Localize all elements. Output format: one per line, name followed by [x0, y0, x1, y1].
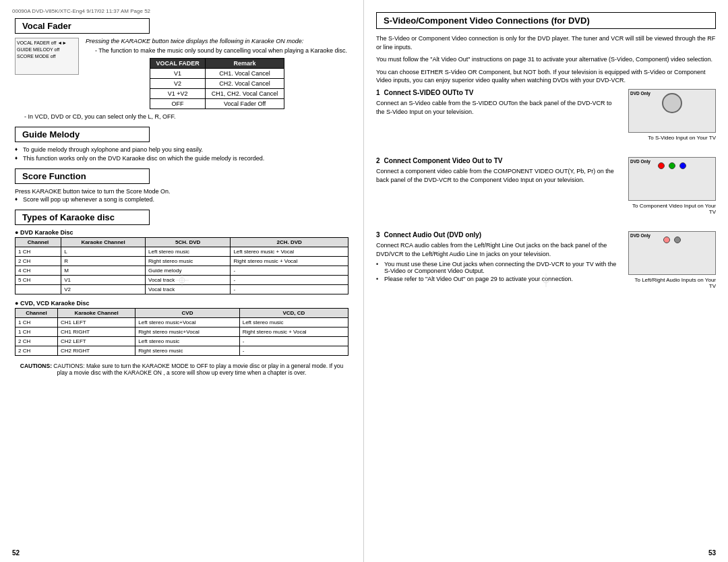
table-row: 4 CHMGuide melody- — [16, 266, 348, 276]
score-function-title: Score Function — [15, 168, 150, 184]
connection-section: DVD OnlyTo Component Video Input on Your… — [376, 157, 716, 224]
intro-paragraph: You can choose EITHER S-Video OR Compone… — [376, 68, 716, 85]
guide-melody-section: Guide Melody To guide melody through xyl… — [12, 127, 351, 162]
diagram-caption: To S-Video Input on Your TV — [628, 135, 716, 141]
table-row: 1 CHCH1 RIGHTRight stereo music+VocalRig… — [16, 327, 348, 337]
guide-melody-title: Guide Melody — [15, 127, 150, 142]
device-label-1: VOCAL FADER off ◄► — [17, 40, 77, 46]
table-row: V2CH2. Vocal Cancel — [150, 79, 284, 89]
page-left: 00090A DVD-V85K/XTC-Eng4 9/17/02 11:37 A… — [0, 0, 364, 562]
dvd-karaoke-label: DVD Karaoke Disc — [15, 229, 348, 236]
cvd-karaoke-section: CVD, VCD Karaoke Disc ChannelKaraoke Cha… — [15, 300, 348, 356]
table-row: 1 CHLLeft stereo musicLeft stereo music … — [16, 247, 348, 257]
cvd-karaoke-label: CVD, VCD Karaoke Disc — [15, 300, 348, 307]
header-text-left: 00090A DVD-V85K/XTC-Eng4 9/17/02 11:37 A… — [12, 8, 150, 14]
caution-text: CAUTIONS: CAUTIONS: Make sure to turn th… — [12, 363, 351, 376]
vocal-fader-note: - In VCD, DVD or CD, you can select only… — [15, 113, 348, 120]
device-label-3: SCORE MODE off — [17, 53, 77, 60]
caution-label: CAUTIONS: — [20, 363, 52, 369]
table-row: V2Vocal track- — [16, 285, 348, 294]
table-row: 1 CHCH1 LEFTLeft stereo music+VocalLeft … — [16, 318, 348, 327]
page-header-left: 00090A DVD-V85K/XTC-Eng4 9/17/02 11:37 A… — [12, 8, 351, 14]
vocal-table-header-1: VOCAL FADER — [150, 59, 206, 69]
score-function-section: Score Function Press KARAOKE button twic… — [12, 168, 351, 203]
guide-melody-bullet: This function works only on the DVD Kara… — [15, 155, 348, 162]
page-right: S-Video/Component Video Connections (for… — [364, 0, 728, 562]
score-press-text: Press KARAOKE button twice to turn the S… — [15, 188, 348, 195]
device-labels: VOCAL FADER off ◄► GUIDE MELODY off SCOR… — [17, 40, 77, 59]
connection-section: DVD OnlyTo S-Video Input on Your TV1Conn… — [376, 89, 716, 150]
types-karaoke-section: Types of Karaoke disc DVD Karaoke Disc C… — [12, 210, 351, 356]
right-intro: The S-Video or Component Video connectio… — [376, 34, 716, 85]
table-row: V1 +V2CH1, CH2. Vocal Cancel — [150, 89, 284, 99]
device-label-2: GUIDE MELODY off — [17, 46, 77, 53]
dvd-diagram: DVD OnlyTo S-Video Input on Your TV — [628, 89, 716, 146]
vocal-fader-intro: Pressing the KARAOKE button twice displa… — [86, 38, 348, 44]
table-row: 5 CHV1Vocal track- — [16, 276, 348, 285]
intro-paragraph: You must follow the "Alt Video Out" inst… — [376, 55, 716, 64]
vocal-fader-title: Vocal Fader — [15, 18, 150, 34]
vocal-table-header-2: Remark — [206, 59, 284, 69]
connect-bullet: You must use these Line Out jacks when c… — [376, 261, 716, 274]
device-diagram: VOCAL FADER off ◄► GUIDE MELODY off SCOR… — [15, 38, 79, 75]
types-karaoke-title: Types of Karaoke disc — [15, 210, 150, 225]
guide-melody-bullets: To guide melody through xylophone and pi… — [15, 146, 348, 162]
vocal-fader-function: - The function to make the music only so… — [86, 47, 348, 54]
dvd-karaoke-table: ChannelKaraoke Channel5CH. DVD2CH. DVD 1… — [15, 237, 348, 294]
page-number-right: 53 — [708, 549, 716, 557]
cvd-karaoke-table: ChannelKaraoke ChannelCVDVCD, CD 1 CHCH1… — [15, 308, 348, 356]
diagram-caption: To Component Video Input on Your TV — [628, 203, 716, 215]
page-number-left: 52 — [12, 549, 20, 557]
dvd-karaoke-section: DVD Karaoke Disc ChannelKaraoke Channel5… — [15, 229, 348, 294]
table-row: OFFVocal Fader Off — [150, 99, 284, 109]
table-row: V1CH1. Vocal Cancel — [150, 69, 284, 79]
caution-content: CAUTIONS: Make sure to turn the KARAOKE … — [53, 363, 343, 376]
table-row: 2 CHCH2 RIGHTRight stereo music- — [16, 346, 348, 356]
right-section-title: S-Video/Component Video Connections (for… — [376, 12, 716, 29]
table-row: 2 CHRRight stereo musicRight stereo musi… — [16, 257, 348, 266]
score-bullet: Score will pop up whenever a song is com… — [15, 196, 348, 203]
guide-melody-bullet: To guide melody through xylophone and pi… — [15, 146, 348, 153]
vocal-fader-section: Vocal Fader VOCAL FADER off ◄► GUIDE MEL… — [12, 18, 351, 120]
right-connections: DVD OnlyTo S-Video Input on Your TV1Conn… — [376, 89, 716, 299]
intro-paragraph: The S-Video or Component Video connectio… — [376, 34, 716, 51]
connect-bullet: Please refer to "Alt Video Out" on page … — [376, 276, 716, 282]
dvd-diagram: DVD OnlyTo Component Video Input on Your… — [628, 157, 716, 220]
vocal-fader-table: VOCAL FADER Remark V1CH1. Vocal CancelV2… — [150, 58, 284, 109]
connection-section: DVD OnlyTo Left/Right Audio Inputs on Yo… — [376, 231, 716, 299]
table-row: 2 CHCH2 LEFTLeft stereo music- — [16, 337, 348, 346]
